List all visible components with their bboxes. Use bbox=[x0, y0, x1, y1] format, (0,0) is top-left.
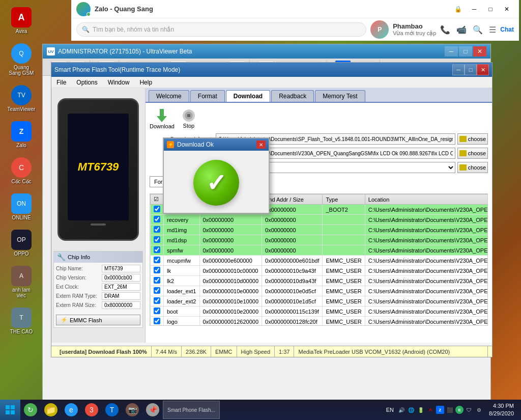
chip-info-label: Chip Info bbox=[68, 254, 90, 260]
menu-help[interactable]: Help bbox=[134, 77, 157, 88]
desktop-icon-thecao[interactable]: T THE CAO bbox=[5, 305, 38, 337]
more-icon[interactable]: ☰ bbox=[489, 25, 496, 35]
tab-readback[interactable]: Readback bbox=[271, 90, 314, 102]
desktop-icon-teamviewer[interactable]: TV TeamViewer bbox=[5, 83, 38, 114]
coccoc-label: Cốc Cốc bbox=[11, 179, 31, 184]
ext-clock-label: Ext Clock: bbox=[56, 284, 102, 290]
emmc-flash-btn[interactable]: ⚡ EMMC Flash bbox=[56, 315, 140, 325]
row-checkbox[interactable] bbox=[151, 276, 164, 286]
partition-checkbox[interactable] bbox=[154, 287, 160, 294]
tray-icon-shield[interactable]: 🛡 bbox=[465, 406, 473, 414]
uv-minimize-btn[interactable]: ─ bbox=[445, 46, 458, 57]
menu-file[interactable]: File bbox=[51, 77, 71, 88]
partition-checkbox[interactable] bbox=[154, 267, 160, 273]
time-value: 1:37 bbox=[279, 349, 290, 355]
uv-maximize-btn[interactable]: □ bbox=[459, 46, 472, 57]
partition-checkbox[interactable] bbox=[154, 206, 160, 212]
row-checkbox[interactable] bbox=[151, 215, 164, 225]
partition-checkbox[interactable] bbox=[154, 307, 160, 314]
stop-button[interactable]: Stop bbox=[183, 109, 195, 129]
partition-checkbox[interactable] bbox=[154, 318, 160, 324]
uv-close-btn[interactable]: ✕ bbox=[473, 46, 486, 57]
more-tray-icon[interactable]: ⬛ bbox=[446, 406, 454, 414]
row-begin: 0x0000000010d00000 bbox=[199, 276, 262, 286]
svg-rect-6 bbox=[6, 410, 10, 414]
zalo-lock-btn[interactable]: 🔒 bbox=[451, 4, 465, 14]
desktop-icon-avira[interactable]: A Avira bbox=[5, 5, 38, 36]
row-type bbox=[323, 245, 365, 256]
row-checkbox[interactable] bbox=[151, 286, 164, 296]
tab-welcome[interactable]: Welcome bbox=[149, 90, 189, 102]
search-icon[interactable]: 🔍 bbox=[473, 25, 483, 35]
row-location: C:\Users\Administrator\Documents\V230A_O… bbox=[365, 215, 488, 225]
zalo-search-bar[interactable]: 🔍 Tìm bạn bè, nhóm và tin nhắn bbox=[76, 22, 366, 37]
download-button[interactable]: Download bbox=[150, 109, 175, 129]
zalo-minimize-btn[interactable]: ─ bbox=[467, 4, 481, 14]
desktop-icon-online[interactable]: ON ONLINE bbox=[5, 191, 38, 222]
row-checkbox[interactable] bbox=[151, 205, 164, 215]
taskbar-icon-pin[interactable]: 📌 bbox=[142, 400, 163, 420]
battery-icon[interactable]: 🔋 bbox=[417, 406, 425, 414]
row-begin: 0x0000000010e00000 bbox=[199, 286, 262, 296]
scatter-browse-btn[interactable]: choose bbox=[457, 148, 488, 159]
zalo-close-btn[interactable]: ✕ bbox=[500, 4, 514, 14]
progress-text: [userdata] Download Flash 100% bbox=[60, 349, 147, 355]
dialog-content: ✓ bbox=[164, 151, 269, 215]
partition-checkbox[interactable] bbox=[154, 216, 160, 222]
status-progress: [userdata] Download Flash 100% bbox=[55, 346, 152, 357]
menu-options[interactable]: Options bbox=[71, 77, 102, 88]
tab-download[interactable]: Download bbox=[226, 90, 270, 102]
network-icon[interactable]: 🌐 bbox=[407, 406, 415, 414]
desktop-icon-anhlamviec[interactable]: A anh lam viec bbox=[5, 264, 38, 300]
taskbar-icon-cam[interactable]: 📷 bbox=[122, 400, 142, 420]
tray-icon-e[interactable]: E bbox=[455, 406, 464, 414]
spft-minimize-btn[interactable]: ─ bbox=[452, 64, 465, 75]
menu-window[interactable]: Window bbox=[103, 77, 135, 88]
row-checkbox[interactable] bbox=[151, 266, 164, 276]
row-checkbox[interactable] bbox=[151, 306, 164, 317]
partition-checkbox[interactable] bbox=[154, 226, 160, 233]
taskbar-app-spft[interactable]: Smart Phone Flash... bbox=[163, 401, 220, 419]
zalo-tray-icon[interactable]: Z bbox=[436, 406, 444, 414]
row-checkbox[interactable] bbox=[151, 256, 164, 266]
tab-memory-test[interactable]: Memory Test bbox=[315, 90, 365, 102]
desktop-icon-quangsang[interactable]: Q Quang Sang GSM bbox=[5, 41, 38, 78]
partition-checkbox[interactable] bbox=[154, 236, 160, 243]
antivirus-icon[interactable]: A bbox=[426, 406, 435, 414]
row-checkbox[interactable] bbox=[151, 235, 164, 245]
partition-checkbox[interactable] bbox=[154, 257, 160, 263]
taskbar-icon-ie[interactable]: e bbox=[61, 400, 81, 420]
spft-maximize-btn[interactable]: □ bbox=[465, 64, 477, 75]
partition-checkbox[interactable] bbox=[154, 246, 160, 253]
row-checkbox[interactable] bbox=[151, 245, 164, 256]
video-icon[interactable]: 📹 bbox=[456, 25, 467, 35]
online-indicator bbox=[86, 12, 91, 16]
row-checkbox[interactable] bbox=[151, 317, 164, 326]
tray-icon-settings[interactable]: ⚙ bbox=[475, 406, 483, 414]
taskbar-icon-folder[interactable]: 📁 bbox=[41, 400, 61, 420]
desktop-icon-zalo[interactable]: Z Zalo bbox=[5, 119, 38, 150]
auth-browse-btn[interactable]: choose bbox=[457, 162, 488, 173]
row-end: 0x000000010c9a43f bbox=[262, 266, 323, 276]
spft-close-btn[interactable]: ✕ bbox=[477, 64, 489, 75]
download-agent-browse-btn[interactable]: choose bbox=[457, 133, 488, 145]
partition-checkbox[interactable] bbox=[154, 297, 160, 304]
row-begin: 0x0000000e600000 bbox=[199, 256, 262, 266]
phone-icon[interactable]: 📞 bbox=[440, 25, 450, 35]
dialog-close-btn[interactable]: ✕ bbox=[256, 141, 266, 149]
desktop-icon-coccoc[interactable]: C Cốc Cốc bbox=[5, 155, 38, 186]
phone-brand-text: MT6739 bbox=[78, 160, 119, 174]
start-button[interactable] bbox=[0, 400, 20, 420]
taskbar-icon-3[interactable]: 3 bbox=[81, 400, 102, 420]
desktop-icon-oppo[interactable]: OP OPPO bbox=[5, 228, 38, 259]
row-checkbox[interactable] bbox=[151, 225, 164, 235]
taskbar-icon-tv[interactable]: T bbox=[102, 400, 122, 420]
row-checkbox[interactable] bbox=[151, 296, 164, 306]
spft-statusbar: [userdata] Download Flash 100% 7.44 M/s … bbox=[51, 346, 492, 357]
zalo-maximize-btn[interactable]: □ bbox=[483, 4, 498, 14]
tab-format[interactable]: Format bbox=[190, 90, 225, 102]
taskbar-icon-refresh[interactable]: ↻ bbox=[20, 400, 41, 420]
volume-icon[interactable]: 🔊 bbox=[397, 406, 406, 414]
partition-checkbox[interactable] bbox=[154, 277, 160, 284]
chat-tab-label[interactable]: Chat bbox=[500, 26, 514, 33]
